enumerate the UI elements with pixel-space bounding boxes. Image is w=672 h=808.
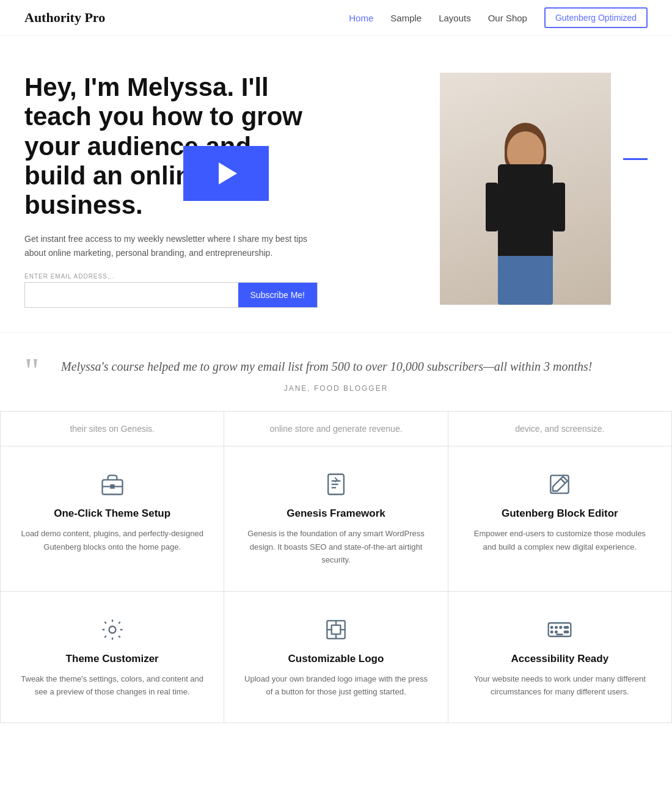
- feature-title-4: Theme Customizer: [19, 653, 205, 665]
- hero-image: Melyssa Griffin, Entrepreuner: [440, 73, 611, 305]
- nav-sample[interactable]: Sample: [390, 13, 422, 23]
- video-play-button[interactable]: [183, 146, 269, 201]
- feature-cell-3: Gutenberg Block Editor Empower end-users…: [448, 446, 672, 591]
- testimonial-section: " Melyssa's course helped me to grow my …: [0, 332, 672, 411]
- subscribe-button[interactable]: Subscribe Me!: [238, 283, 317, 307]
- partial-text-1: their sites on Genesis.: [19, 424, 205, 434]
- gear-icon: [99, 616, 126, 643]
- feature-title-6: Accessibility Ready: [467, 653, 653, 665]
- feature-cell-4: Theme Customizer Tweak the theme's setti…: [1, 592, 224, 724]
- svg-rect-11: [332, 625, 341, 634]
- feature-partial-3: device, and screensize.: [448, 412, 672, 446]
- play-triangle-icon: [219, 162, 237, 184]
- hero-section: Hey, I'm Melyssa. I'll teach you how to …: [0, 36, 672, 332]
- svg-point-26: [564, 631, 566, 633]
- feature-cell-5: Customizable Logo Upload your own brande…: [224, 592, 448, 724]
- hero-subtext: Get instant free access to my weekly new…: [24, 232, 318, 260]
- feature-title-1: One-Click Theme Setup: [19, 508, 205, 520]
- features-grid: their sites on Genesis. online store and…: [0, 411, 672, 723]
- svg-point-24: [567, 627, 569, 628]
- keyboard-icon: [546, 616, 573, 643]
- svg-rect-2: [110, 484, 114, 489]
- nav-home[interactable]: Home: [349, 13, 373, 23]
- feature-desc-6: Your website needs to work under many di…: [467, 672, 653, 699]
- accent-line: [623, 158, 648, 160]
- logo-icon: [323, 616, 349, 643]
- feature-partial-1: their sites on Genesis.: [1, 412, 224, 446]
- email-input[interactable]: [25, 283, 238, 307]
- nav-layouts[interactable]: Layouts: [439, 13, 471, 23]
- testimonial-text: Melyssa's course helped me to grow my em…: [37, 357, 635, 376]
- header: Authority Pro Home Sample Layouts Our Sh…: [0, 0, 672, 36]
- feature-title-5: Customizable Logo: [243, 653, 429, 665]
- site-title: Authority Pro: [24, 10, 105, 26]
- svg-point-23: [555, 631, 557, 633]
- feature-cell-2: Genesis Framework Genesis is the foundat…: [224, 446, 448, 591]
- feature-desc-2: Genesis is the foundation of any smart W…: [243, 527, 429, 566]
- hero-image-area: Melyssa Griffin, Entrepreuner: [440, 73, 648, 317]
- svg-point-9: [109, 626, 115, 633]
- quote-mark-icon: ": [24, 360, 40, 382]
- svg-point-22: [551, 631, 553, 633]
- email-label: Enter Email Address...: [24, 273, 318, 280]
- svg-rect-25: [557, 633, 563, 635]
- nav-shop[interactable]: Our Shop: [488, 13, 527, 23]
- nav-cta-button[interactable]: Gutenberg Optimized: [544, 7, 648, 28]
- feature-desc-4: Tweak the theme's settings, colors, and …: [19, 672, 205, 699]
- feature-desc-5: Upload your own branded logo image with …: [243, 672, 429, 699]
- feature-cell-1: One-Click Theme Setup Load demo content,…: [1, 446, 224, 591]
- feature-title-2: Genesis Framework: [243, 508, 429, 520]
- svg-point-19: [555, 627, 557, 628]
- feature-title-3: Gutenberg Block Editor: [467, 508, 653, 520]
- svg-point-21: [564, 627, 566, 628]
- main-nav: Home Sample Layouts Our Shop Gutenberg O…: [349, 7, 648, 28]
- edit-icon: [546, 471, 573, 498]
- feature-desc-3: Empower end-users to customize those mod…: [467, 527, 653, 553]
- hero-heading: Hey, I'm Melyssa. I'll teach you how to …: [24, 73, 318, 220]
- briefcase-icon: [99, 471, 126, 498]
- testimonial-author: Jane, Food Blogger: [37, 384, 635, 393]
- feature-partial-2: online store and generate revenue.: [224, 412, 448, 446]
- svg-point-27: [567, 631, 569, 633]
- svg-point-18: [551, 627, 553, 628]
- partial-text-3: device, and screensize.: [467, 424, 653, 434]
- email-form: Subscribe Me!: [24, 282, 318, 308]
- svg-line-8: [561, 479, 565, 483]
- svg-point-20: [560, 627, 562, 628]
- feature-desc-1: Load demo content, plugins, and perfectl…: [19, 527, 205, 553]
- feature-cell-6: Accessibility Ready Your website needs t…: [448, 592, 672, 724]
- code-icon: [323, 471, 349, 498]
- partial-text-2: online store and generate revenue.: [243, 424, 429, 434]
